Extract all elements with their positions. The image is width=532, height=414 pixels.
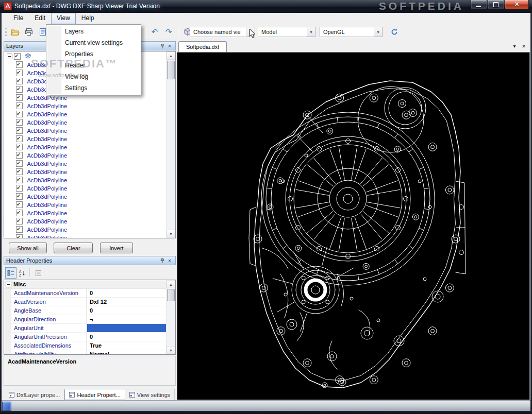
menu-option[interactable]: Header (46, 60, 141, 71)
close-button[interactable]: × (505, 0, 529, 10)
checkbox-checked-icon[interactable]: ✔ (16, 70, 23, 76)
property-value[interactable]: Normal (87, 350, 167, 355)
open-file-button[interactable] (9, 26, 21, 38)
checkbox-checked-icon[interactable]: ✔ (16, 218, 23, 225)
chevron-down-icon[interactable]: ▾ (374, 27, 382, 37)
header-properties-panel-header[interactable]: Header Properties × (4, 256, 176, 265)
checkbox-checked-icon[interactable]: ✔ (16, 86, 23, 93)
property-value[interactable]: True (87, 341, 167, 350)
menu-option[interactable]: View log (46, 71, 141, 82)
property-value[interactable]: Dxf 12 (87, 298, 167, 306)
renderer-combo[interactable]: OpenGL ▾ (320, 27, 383, 37)
menu-help[interactable]: Help (76, 13, 100, 24)
dock-tab[interactable]: Header Propert... (64, 389, 125, 400)
property-value[interactable]: 0 (87, 306, 167, 315)
categorized-view-button[interactable] (5, 267, 16, 279)
checkbox-checked-icon[interactable]: ✔ (16, 210, 23, 216)
layer-tree-item[interactable]: ✔ AcDb3dPolyline (5, 217, 167, 225)
layer-tree-item[interactable]: ✔ AcDb3dPolyline (5, 110, 167, 118)
checkbox-checked-icon[interactable]: ✔ (16, 135, 23, 142)
property-value[interactable]: ¬ (87, 315, 167, 323)
menu-edit[interactable]: Edit (29, 13, 51, 24)
collapse-icon[interactable] (6, 282, 11, 287)
pin-icon[interactable] (159, 257, 166, 264)
chevron-down-icon[interactable]: ▾ (246, 27, 255, 37)
invert-button[interactable]: Invert (100, 243, 133, 253)
property-row[interactable]: AcadMaintenanceVersion 0 (4, 289, 175, 298)
property-value[interactable] (87, 324, 167, 332)
toolbar-grip[interactable] (5, 28, 8, 36)
property-grid-scrollbar[interactable]: ▲ ▼ (166, 280, 175, 354)
maximize-button[interactable] (488, 0, 504, 10)
layer-tree-item[interactable]: ✔ AcDb3dPolyline (5, 233, 167, 238)
checkbox-checked-icon[interactable]: ✔ (16, 177, 23, 183)
close-document-icon[interactable]: × (520, 42, 528, 50)
checkbox-checked-icon[interactable]: ✔ (16, 144, 23, 150)
layer-tree-item[interactable]: ✔ AcDb3dPolyline (5, 176, 167, 184)
property-row[interactable]: AngularUnitPrecision 0 (4, 333, 175, 341)
checkbox-checked-icon[interactable]: ✔ (16, 127, 23, 134)
layer-tree-item[interactable]: ✔ AcDb3dPolyline (5, 184, 167, 192)
menu-option[interactable]: Layers (46, 26, 141, 37)
undo-button[interactable]: ↶ (149, 26, 160, 38)
title-bar[interactable]: Softpedia.dxf - DWG DXF Sharp Viewer Tri… (0, 0, 532, 13)
layout-combo[interactable]: Model ▾ (258, 27, 315, 37)
property-row[interactable]: Attribute visibility Normal (4, 350, 175, 355)
property-row[interactable]: AngleBase 0 (4, 306, 175, 315)
scrollbar-thumb[interactable] (167, 289, 175, 301)
layer-tree-item[interactable]: ✔ AcDb3dPolyline (5, 167, 167, 176)
collapse-icon[interactable] (7, 54, 12, 59)
scroll-up-icon[interactable]: ▲ (167, 280, 175, 288)
checkbox-checked-icon[interactable]: ✔ (16, 111, 23, 117)
refresh-button[interactable] (389, 26, 400, 38)
checkbox-checked-icon[interactable]: ✔ (16, 61, 23, 68)
clear-button[interactable]: Clear (54, 243, 93, 253)
pin-icon[interactable] (159, 43, 166, 49)
checkbox-checked-icon[interactable]: ✔ (16, 102, 23, 109)
property-value[interactable]: 0 (87, 289, 167, 297)
property-row[interactable]: AssociatedDimensions True (4, 341, 175, 350)
property-row[interactable]: AngularUnit (4, 324, 175, 333)
dock-tab[interactable]: View settings (125, 389, 175, 400)
close-icon[interactable]: × (166, 43, 173, 49)
property-pages-button[interactable] (32, 267, 44, 279)
layer-tree-item[interactable]: ✔ AcDb3dPolyline (5, 209, 167, 217)
checkbox-checked-icon[interactable]: ✔ (16, 160, 23, 167)
show-all-button[interactable]: Show all (9, 243, 47, 253)
close-icon[interactable]: × (166, 257, 173, 264)
layer-tree-item[interactable]: ✔ AcDb3dPolyline (5, 151, 167, 159)
print-button[interactable] (23, 26, 35, 38)
scroll-down-icon[interactable]: ▼ (167, 346, 175, 354)
named-view-combo[interactable]: Choose named vie ▾ (190, 27, 255, 37)
scroll-down-icon[interactable]: ▼ (167, 230, 175, 238)
property-row[interactable]: AngularDirection ¬ (4, 315, 175, 324)
menu-option[interactable]: Current view settings (46, 37, 141, 48)
layer-tree-item[interactable]: ✔ AcDb3dPolyline (5, 101, 167, 110)
checkbox-checked-icon[interactable]: ✔ (16, 78, 23, 84)
checkbox-checked-icon[interactable]: ✔ (16, 201, 23, 208)
property-row[interactable]: AcadVersion Dxf 12 (4, 298, 175, 306)
checkbox-checked-icon[interactable]: ✔ (16, 226, 23, 233)
menu-view[interactable]: View (51, 13, 76, 24)
checkbox-checked-icon[interactable]: ✔ (16, 193, 23, 200)
layer-tree-item[interactable]: ✔ AcDb3dPolyline (5, 126, 167, 134)
layer-tree-item[interactable]: ✔ AcDb3dPolyline (5, 225, 167, 233)
layer-tree-item[interactable]: ✔ AcDb3dPolyline (5, 118, 167, 126)
chevron-down-icon[interactable]: ▾ (307, 27, 315, 37)
root-checkbox[interactable]: ✔ (14, 53, 21, 60)
checkbox-checked-icon[interactable]: ✔ (16, 152, 23, 159)
document-tab[interactable]: Softpedia.dxf (178, 41, 227, 52)
alphabetical-sort-button[interactable]: AZ (16, 267, 28, 279)
checkbox-checked-icon[interactable]: ✔ (16, 234, 23, 238)
checkbox-checked-icon[interactable]: ✔ (16, 168, 23, 175)
layer-tree-item[interactable]: ✔ AcDb3dPolyline (5, 143, 167, 151)
minimize-button[interactable] (471, 0, 487, 10)
category-row[interactable]: Misc (4, 280, 175, 289)
dock-tab[interactable]: DxfLayer prope... (5, 389, 64, 400)
menu-option[interactable]: Properties (46, 48, 141, 60)
scrollbar-thumb[interactable] (167, 61, 175, 79)
tab-list-dropdown-icon[interactable]: ▾ (510, 42, 519, 50)
checkbox-checked-icon[interactable]: ✔ (16, 119, 23, 126)
checkbox-checked-icon[interactable]: ✔ (16, 185, 23, 192)
layer-tree-item[interactable]: ✔ AcDb3dPolyline (5, 134, 167, 143)
